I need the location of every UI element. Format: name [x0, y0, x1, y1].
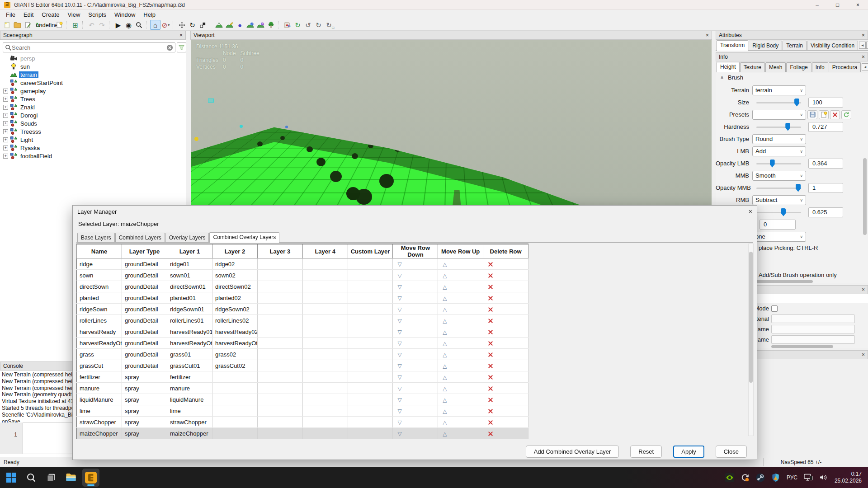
move-row-down-icon[interactable]: ▽ — [397, 329, 401, 335]
delete-preset-button[interactable] — [830, 110, 840, 119]
close-icon[interactable]: × — [749, 208, 752, 215]
move-row-down-icon[interactable]: ▽ — [397, 408, 401, 414]
move-row-up-icon[interactable]: △ — [443, 374, 447, 380]
terrain-paint-icon[interactable] — [224, 20, 235, 30]
minimize-button[interactable]: – — [807, 0, 827, 10]
tree-node-Trees[interactable]: +Trees — [0, 95, 186, 103]
lmb-dropdown[interactable]: Add∨ — [752, 146, 806, 156]
opacity-lmb-slider[interactable] — [756, 160, 801, 168]
table-row-sown[interactable]: sowngroundDetailsown01sown02▽△ — [77, 270, 528, 281]
move-row-up-icon[interactable]: △ — [443, 363, 447, 369]
attr-tab-rigid-body[interactable]: Rigid Body — [749, 41, 782, 50]
delete-row-icon[interactable] — [488, 419, 493, 426]
tree-node-Treesss[interactable]: +Treesss — [0, 127, 186, 136]
move-row-down-icon[interactable]: ▽ — [397, 397, 401, 403]
tab-scroll-left[interactable]: ◄ — [859, 42, 866, 49]
tab-scroll-left[interactable]: ◄ — [862, 63, 868, 70]
value-input[interactable]: 0.364 — [808, 159, 843, 169]
attr-tab-terrain[interactable]: Terrain — [783, 41, 807, 50]
text-field[interactable] — [771, 335, 855, 344]
table-row-grassCut[interactable]: grassCutgroundDetailgrassCut01grassCut02… — [77, 360, 528, 371]
close-icon[interactable]: × — [179, 32, 183, 38]
move-row-up-icon[interactable]: △ — [443, 340, 447, 347]
language-indicator[interactable]: РУС — [787, 474, 797, 481]
mmb-dropdown[interactable]: Smooth∨ — [752, 171, 806, 181]
tab-scroll-right[interactable]: ► — [866, 42, 868, 49]
filter-button[interactable] — [177, 42, 186, 52]
rmb-dropdown[interactable]: Subtract∨ — [752, 195, 806, 205]
network-icon[interactable] — [804, 473, 813, 482]
table-row-rollerLines[interactable]: rollerLinesgroundDetailrollerLines01roll… — [77, 315, 528, 326]
visibility-icon[interactable]: ◉ — [123, 20, 134, 30]
text-field[interactable] — [771, 314, 855, 323]
layer-tab-base-layers[interactable]: Base Layers — [77, 233, 115, 242]
table-row-grass[interactable]: grassgroundDetailgrass01grass02▽△ — [77, 349, 528, 360]
rotate-icon[interactable]: ↻ — [187, 20, 198, 30]
sync-material-icon[interactable]: ↺ — [303, 20, 313, 30]
search-box[interactable] — [3, 42, 175, 52]
expander-icon[interactable]: + — [3, 121, 8, 126]
delete-row-icon[interactable] — [488, 385, 493, 392]
menu-scripts[interactable]: Scripts — [84, 10, 110, 19]
mode-dropdown[interactable]: one∨ — [752, 232, 806, 242]
layer-tab-combined-overlay-layers[interactable]: Combined Overlay Layers — [209, 232, 279, 243]
terrain-info-icon[interactable]: i — [245, 20, 255, 30]
move-row-down-icon[interactable]: ▽ — [397, 318, 401, 324]
menu-file[interactable]: File — [2, 10, 19, 19]
move-row-down-icon[interactable]: ▽ — [397, 431, 401, 437]
redo-icon[interactable]: ↷ — [97, 20, 107, 30]
clear-search-icon[interactable] — [166, 44, 173, 51]
maximize-button[interactable]: □ — [827, 0, 848, 10]
refresh-icon[interactable]: ↻ — [292, 20, 303, 30]
dialog-titlebar[interactable]: Layer Manager × — [73, 206, 757, 217]
tree-node-gameplay[interactable]: +gameplay — [0, 87, 186, 95]
column-header[interactable]: Name — [77, 244, 122, 258]
save-icon[interactable]: undefined — [43, 20, 54, 30]
move-row-up-icon[interactable]: △ — [443, 318, 447, 324]
info-tab-info[interactable]: Info — [812, 62, 828, 72]
column-header[interactable]: Move Row Down — [393, 244, 438, 258]
delete-row-icon[interactable] — [488, 328, 493, 335]
taskbar-start-icon[interactable] — [3, 469, 20, 487]
table-row-maizeChopper[interactable]: maizeChopperspraymaizeChopper▽△ — [77, 428, 528, 439]
move-row-down-icon[interactable]: ▽ — [397, 352, 401, 358]
menu-create[interactable]: Create — [38, 10, 63, 19]
table-row-harvestReadyOthe[interactable]: harvestReadyOthegroundDetailharvestReady… — [77, 338, 528, 349]
layer-tab-combined-layers[interactable]: Combined Layers — [115, 233, 165, 242]
value-input[interactable]: 100 — [808, 98, 843, 108]
menu-edit[interactable]: Edit — [19, 10, 38, 19]
delete-row-icon[interactable] — [488, 340, 493, 347]
reset-button[interactable]: Reset — [630, 446, 662, 458]
tray-nvidia-icon[interactable] — [725, 473, 734, 482]
close-button[interactable]: × — [848, 0, 868, 10]
taskbar-taskview-icon[interactable] — [42, 469, 60, 487]
delete-row-icon[interactable] — [488, 374, 493, 380]
presets-dropdown[interactable]: ∨ — [752, 110, 806, 120]
table-row-ridgeSown[interactable]: ridgeSowngroundDetailridgeSown01ridgeSow… — [77, 304, 528, 315]
move-row-down-icon[interactable]: ▽ — [397, 419, 401, 426]
table-row-harvestReady[interactable]: harvestReadygroundDetailharvestReady01ha… — [77, 326, 528, 338]
tree-node-Souds[interactable]: +Souds — [0, 119, 186, 127]
table-row-lime[interactable]: limespraylime▽△ — [77, 405, 528, 417]
table-row-directSown[interactable]: directSowngroundDetaildirectSown01direct… — [77, 281, 528, 292]
column-header[interactable]: Layer 1 — [167, 244, 212, 258]
move-row-down-icon[interactable]: ▽ — [397, 295, 401, 301]
delete-row-icon[interactable] — [488, 408, 493, 414]
move-row-up-icon[interactable]: △ — [443, 385, 447, 392]
taskbar-search-icon[interactable] — [23, 469, 40, 487]
move-row-down-icon[interactable]: ▽ — [397, 306, 401, 313]
tree-node-terrain[interactable]: terrain — [0, 70, 186, 79]
expander-icon[interactable]: + — [3, 97, 8, 102]
expander-icon[interactable]: + — [3, 129, 8, 134]
value-input[interactable]: 0.625 — [808, 207, 843, 217]
expander-icon[interactable]: + — [3, 113, 8, 118]
move-row-up-icon[interactable]: △ — [443, 295, 447, 301]
tree-node-Light[interactable]: +Light — [0, 136, 186, 144]
info-tab-mesh[interactable]: Mesh — [765, 62, 786, 72]
info-tab-foliage[interactable]: Foliage — [786, 62, 811, 72]
search-input[interactable] — [12, 44, 166, 51]
menu-help[interactable]: Help — [139, 10, 160, 19]
opacity-rmb-slider[interactable] — [756, 208, 801, 216]
tree-node-persp[interactable]: persp — [0, 54, 186, 62]
value-field[interactable]: 0 — [760, 220, 796, 230]
